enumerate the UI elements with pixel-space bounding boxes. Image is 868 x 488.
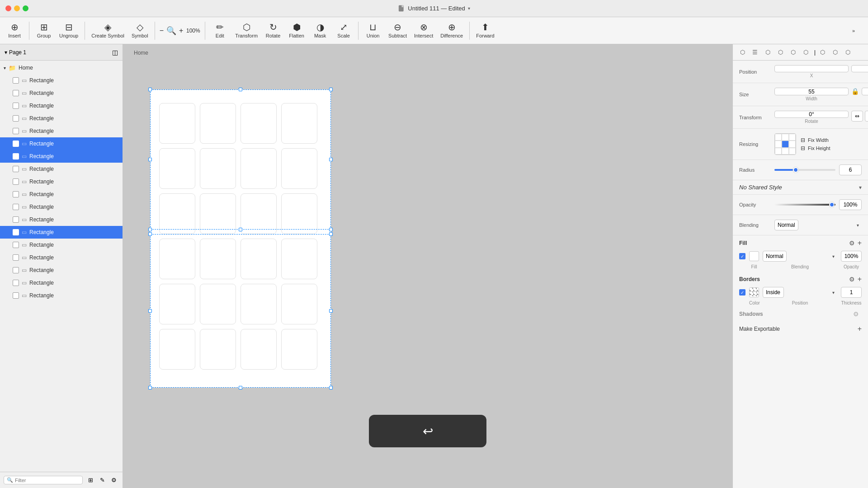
layer-settings-toggle[interactable]: ⚙: [109, 475, 119, 485]
fill-blending-select[interactable]: Normal: [763, 251, 787, 262]
opacity-slider[interactable]: [774, 204, 835, 206]
layer-item-12[interactable]: ▭ Rectangle: [0, 213, 123, 226]
create-symbol-button[interactable]: ◈ Create Symbol: [89, 19, 127, 42]
align-more-button[interactable]: ⬡: [842, 47, 854, 58]
layer-item-10[interactable]: ▭ Rectangle: [0, 188, 123, 201]
layer-checkbox[interactable]: [13, 103, 19, 109]
search-box[interactable]: 🔍: [4, 476, 83, 484]
align-middle-v-button[interactable]: ⬡: [787, 47, 799, 58]
difference-button[interactable]: ⊕ Difference: [438, 19, 466, 42]
fill-checkbox[interactable]: ✓: [739, 253, 745, 259]
scale-button[interactable]: ⤢ Scale: [333, 19, 354, 42]
layer-item-16[interactable]: ▭ Rectangle: [0, 264, 123, 277]
radius-input[interactable]: [839, 164, 862, 175]
flatten-button[interactable]: ⬢ Flatten: [286, 19, 307, 42]
layer-item-9[interactable]: ▭ Rectangle: [0, 175, 123, 188]
layer-checkbox[interactable]: [13, 216, 19, 223]
zoom-out-button[interactable]: −: [159, 27, 165, 35]
forward-button[interactable]: ⬆ Forward: [473, 19, 497, 42]
height-input[interactable]: [862, 88, 868, 95]
layer-checkbox[interactable]: [13, 141, 19, 147]
layer-item-13[interactable]: ▭ Rectangle: [0, 226, 123, 239]
blending-select[interactable]: Normal: [774, 220, 798, 230]
ungroup-button[interactable]: ⊟ Ungroup: [57, 19, 81, 42]
border-checkbox[interactable]: ✓: [739, 289, 745, 296]
edit-button[interactable]: ✏ Edit: [209, 19, 231, 42]
union-button[interactable]: ⊔ Union: [362, 19, 384, 42]
layer-checkbox[interactable]: [13, 292, 19, 299]
layer-item-2[interactable]: ▭ Rectangle: [0, 87, 123, 99]
layer-checkbox[interactable]: [13, 166, 19, 172]
layer-view-toggle[interactable]: ⊞: [85, 475, 95, 485]
y-input[interactable]: [851, 65, 868, 72]
layer-item-5[interactable]: ▭ Rectangle: [0, 125, 123, 137]
align-bottom-button[interactable]: ⬡: [800, 47, 811, 58]
fill-color-swatch[interactable]: [749, 251, 759, 261]
shadows-gear-button[interactable]: ⚙: [853, 310, 859, 318]
chevron-down-icon[interactable]: ▾: [468, 6, 470, 11]
layer-checkbox[interactable]: [13, 115, 19, 122]
mask-button[interactable]: ◑ Mask: [309, 19, 331, 42]
layer-checkbox[interactable]: [13, 204, 19, 210]
page-selector[interactable]: ▾ Page 1 ◫: [0, 44, 123, 61]
layer-item-18[interactable]: ▭ Rectangle: [0, 289, 123, 302]
canvas-area[interactable]: Home: [123, 44, 732, 488]
align-top-button[interactable]: ⬡: [774, 47, 786, 58]
layer-checkbox[interactable]: [13, 153, 19, 160]
transform-button[interactable]: ⬡ Transform: [232, 19, 260, 42]
layer-checkbox[interactable]: [13, 242, 19, 248]
width-input[interactable]: [774, 88, 849, 95]
fill-opacity-input[interactable]: [841, 251, 862, 262]
panel-collapse-button[interactable]: ◫: [112, 49, 118, 56]
layer-item-14[interactable]: ▭ Rectangle: [0, 239, 123, 251]
fill-add-button[interactable]: +: [858, 239, 862, 247]
flip-h-button[interactable]: ⇔: [851, 111, 863, 122]
border-thickness-input[interactable]: [841, 287, 862, 298]
layer-item-11[interactable]: ▭ Rectangle: [0, 201, 123, 213]
zoom-in-button[interactable]: +: [178, 27, 184, 35]
subtract-button[interactable]: ⊖ Subtract: [386, 19, 410, 42]
layer-checkbox[interactable]: [13, 267, 19, 273]
opacity-input[interactable]: [839, 199, 862, 210]
distribute-v-button[interactable]: ⬡: [829, 47, 841, 58]
fix-height-option[interactable]: ⊟ Fix Height: [801, 145, 830, 151]
layer-item-8[interactable]: ▭ Rectangle: [0, 163, 123, 175]
layer-item-6[interactable]: ▭ Rectangle: [0, 137, 123, 150]
maximize-button[interactable]: [23, 5, 28, 11]
layer-item-4[interactable]: ▭ Rectangle: [0, 112, 123, 125]
align-right-button[interactable]: ⬡: [762, 47, 774, 58]
layer-checkbox[interactable]: [13, 229, 19, 235]
layer-edit-toggle[interactable]: ✎: [97, 475, 107, 485]
borders-gear-button[interactable]: ⚙: [849, 276, 855, 283]
shared-style-row[interactable]: No Shared Style ▾: [733, 180, 868, 195]
intersect-button[interactable]: ⊗ Intersect: [411, 19, 436, 42]
align-left-button[interactable]: ⬡: [736, 47, 748, 58]
layer-checkbox[interactable]: [13, 191, 19, 197]
border-position-select[interactable]: Inside: [763, 287, 784, 298]
layer-checkbox[interactable]: [13, 77, 19, 84]
rotate-button[interactable]: ↻ Rotate: [262, 19, 284, 42]
layer-checkbox[interactable]: [13, 178, 19, 185]
search-input[interactable]: [15, 478, 80, 483]
rotate-input[interactable]: [774, 111, 849, 118]
layer-item-17[interactable]: ▭ Rectangle: [0, 277, 123, 289]
layer-checkbox[interactable]: [13, 280, 19, 286]
layer-checkbox[interactable]: [13, 254, 19, 261]
group-button[interactable]: ⊞ Group: [33, 19, 55, 42]
symbol-button[interactable]: ◇ Symbol: [129, 19, 151, 42]
fill-gear-button[interactable]: ⚙: [849, 239, 855, 247]
minimize-button[interactable]: [14, 5, 20, 11]
layer-item-1[interactable]: ▭ Rectangle: [0, 74, 123, 87]
close-button[interactable]: [5, 5, 11, 11]
exportable-add-button[interactable]: +: [858, 325, 862, 333]
layer-item-3[interactable]: ▭ Rectangle: [0, 99, 123, 112]
align-center-h-button[interactable]: ☰: [749, 47, 761, 58]
borders-add-button[interactable]: +: [858, 275, 862, 283]
layer-checkbox[interactable]: [13, 90, 19, 96]
layer-item-7[interactable]: ▭ Rectangle: [0, 150, 123, 163]
fix-width-option[interactable]: ⊟ Fix Width: [801, 137, 830, 143]
layer-checkbox[interactable]: [13, 128, 19, 134]
flip-v-button[interactable]: ⇕: [865, 111, 868, 122]
distribute-h-button[interactable]: ⬡: [816, 47, 828, 58]
insert-button[interactable]: ⊕ Insert: [4, 19, 25, 42]
